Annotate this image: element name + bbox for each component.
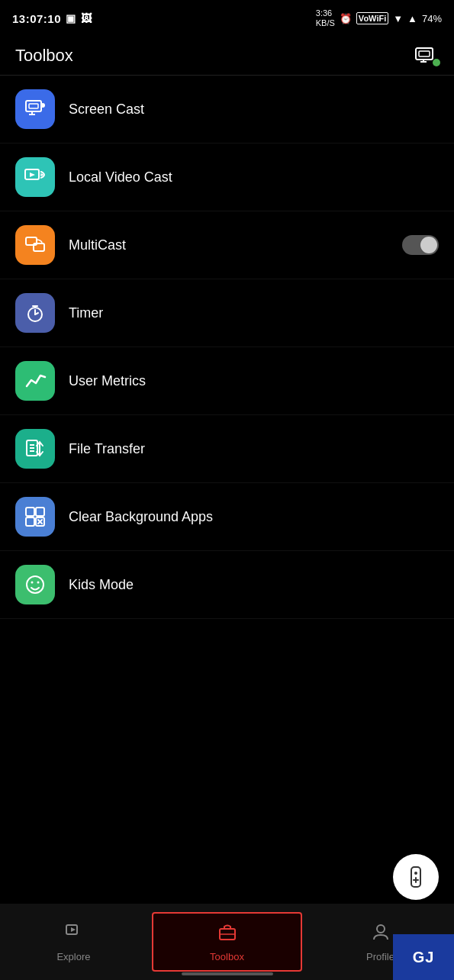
svg-rect-25: [26, 517, 34, 526]
fab-remote-button[interactable]: [393, 854, 439, 900]
home-indicator: [182, 972, 273, 975]
multicast-label: MultiCast: [69, 237, 402, 253]
kids-mode-icon-wrap: [15, 565, 55, 604]
multicast-toggle[interactable]: [402, 235, 439, 255]
user-metrics-icon: [24, 369, 47, 392]
file-transfer-icon-wrap: [15, 429, 55, 469]
svg-point-40: [377, 925, 385, 933]
local-video-cast-label: Local Video Cast: [69, 169, 439, 185]
menu-item-user-metrics[interactable]: User Metrics: [0, 347, 454, 415]
clear-bg-apps-label: Clear Background Apps: [69, 509, 439, 525]
multicast-icon: [24, 234, 47, 256]
status-time: 13:07:10 ▣ 🖼: [12, 12, 92, 25]
screen-cast-icon: [24, 98, 47, 121]
kids-mode-icon: [24, 573, 47, 596]
timer-icon: [24, 301, 47, 324]
svg-point-33: [414, 872, 417, 875]
nav-item-toolbox[interactable]: Toolbox: [152, 912, 302, 972]
timer-icon-wrap: [15, 293, 55, 333]
menu-item-multicast[interactable]: MultiCast: [0, 211, 454, 279]
svg-point-31: [37, 582, 40, 584]
explore-icon-svg: [63, 921, 85, 943]
clear-bg-apps-icon-wrap: [15, 497, 55, 537]
toolbox-label: Toolbox: [210, 951, 244, 962]
clear-bg-apps-icon: [24, 505, 47, 528]
screen-cast-label: Screen Cast: [69, 102, 439, 118]
timer-label: Timer: [69, 305, 439, 321]
page-header: Toolbox: [0, 37, 454, 76]
local-video-cast-icon-wrap: [15, 157, 55, 197]
vowifi-icon: VoWiFi: [356, 12, 388, 24]
connection-dot: [433, 59, 440, 66]
svg-point-8: [40, 103, 45, 108]
file-transfer-label: File Transfer: [69, 441, 439, 457]
svg-rect-1: [419, 51, 430, 56]
alarm-icon: ⏰: [340, 13, 352, 24]
explore-icon: [63, 921, 85, 948]
signal-icon: ▲: [407, 13, 417, 24]
toolbox-icon: [217, 921, 238, 948]
profile-label: Profile: [366, 951, 394, 962]
kids-mode-label: Kids Mode: [69, 577, 439, 593]
time-display: 13:07:10: [12, 12, 61, 25]
svg-rect-4: [26, 101, 41, 111]
wifi-icon: ▼: [393, 13, 403, 24]
multicast-icon-wrap: [15, 225, 55, 265]
bottom-navigation: Explore Toolbox Profile: [0, 904, 454, 980]
page-title: Toolbox: [15, 46, 73, 66]
menu-item-kids-mode[interactable]: Kids Mode: [0, 551, 454, 619]
profile-icon-svg: [370, 921, 391, 943]
watermark: GJ: [393, 934, 454, 980]
svg-rect-23: [26, 508, 34, 516]
battery-level: 74%: [422, 13, 442, 24]
user-metrics-icon-wrap: [15, 361, 55, 401]
toolbox-icon-svg: [217, 921, 238, 943]
nav-item-explore[interactable]: Explore: [0, 914, 147, 970]
explore-label: Explore: [56, 951, 90, 962]
menu-item-screen-cast[interactable]: Screen Cast: [0, 76, 454, 143]
toolbox-menu: Screen Cast Local Video Cast MultiCast: [0, 76, 454, 619]
profile-icon: [370, 921, 391, 948]
status-icons: 3:36KB/S ⏰ VoWiFi ▼ ▲ 74%: [316, 8, 442, 28]
notification-icon: ▣: [66, 12, 76, 24]
remote-icon: [404, 866, 427, 888]
svg-marker-37: [71, 927, 76, 932]
user-metrics-label: User Metrics: [69, 373, 439, 389]
data-speed: 3:36KB/S: [316, 8, 335, 28]
menu-item-timer[interactable]: Timer: [0, 279, 454, 347]
file-transfer-icon: [24, 437, 47, 460]
svg-point-29: [27, 576, 43, 593]
svg-rect-5: [29, 104, 38, 108]
menu-item-clear-bg-apps[interactable]: Clear Background Apps: [0, 483, 454, 551]
menu-item-local-video-cast[interactable]: Local Video Cast: [0, 143, 454, 211]
local-video-cast-icon: [24, 166, 47, 189]
screen-cast-icon-wrap: [15, 89, 55, 129]
svg-point-30: [31, 582, 34, 584]
image-icon: 🖼: [81, 12, 92, 24]
status-bar: 13:07:10 ▣ 🖼 3:36KB/S ⏰ VoWiFi ▼ ▲ 74%: [0, 0, 454, 37]
svg-rect-24: [36, 508, 44, 516]
svg-marker-10: [30, 172, 35, 177]
menu-item-file-transfer[interactable]: File Transfer: [0, 415, 454, 483]
cast-status-icon[interactable]: [414, 47, 439, 65]
